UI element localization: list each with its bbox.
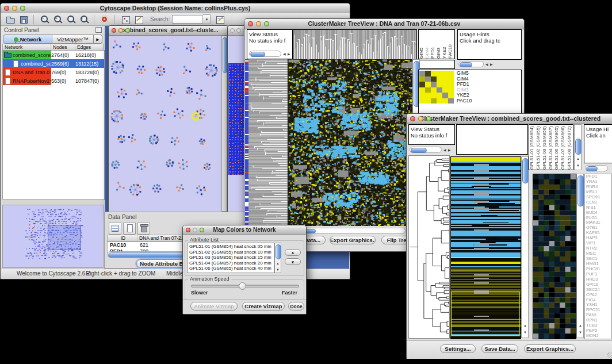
column-label[interactable]: GPL51-03 (GSM856): [542, 125, 548, 170]
heatmap-canvas[interactable]: [288, 59, 412, 226]
minimize-icon[interactable]: [256, 21, 261, 26]
tab-overflow-icon[interactable]: ▶: [94, 35, 102, 44]
move-up-button[interactable]: ∧: [285, 249, 301, 256]
annotation-icon[interactable]: [134, 15, 144, 24]
matrix-cell[interactable]: [448, 93, 454, 98]
minimize-icon[interactable]: [118, 28, 123, 33]
save-data-button[interactable]: Save Data...: [481, 344, 518, 353]
done-button[interactable]: Done: [288, 302, 304, 311]
scroll-right-icon[interactable]: ▶: [288, 52, 290, 56]
matrix-cell[interactable]: [431, 93, 437, 98]
scroll-right-icon[interactable]: ▶: [490, 63, 493, 66]
row-dendrogram-canvas[interactable]: [408, 155, 450, 339]
resize-grip[interactable]: [607, 352, 612, 358]
birdseye-view-canvas[interactable]: [2, 205, 104, 268]
zoom-fit-icon[interactable]: [66, 15, 76, 24]
create-attribute-button[interactable]: [123, 222, 136, 235]
close-icon[interactable]: [112, 28, 116, 33]
close-icon[interactable]: [248, 21, 253, 26]
column-label[interactable]: GPL51-02 (GSM855): [536, 125, 542, 170]
toolbar-separator[interactable]: [114, 15, 116, 24]
close-icon[interactable]: [230, 28, 235, 33]
gene-label[interactable]: MON2: [586, 334, 611, 339]
matrix-cell[interactable]: [431, 98, 437, 104]
matrix-cell[interactable]: [437, 71, 442, 76]
zoom-window-icon[interactable]: [200, 228, 204, 232]
scroll-up-icon[interactable]: ▲: [523, 324, 527, 327]
zoom-heatmap-canvas[interactable]: [533, 174, 576, 339]
matrix-cell[interactable]: [419, 98, 425, 104]
minimize-icon[interactable]: [193, 228, 197, 232]
vizmapper-icon[interactable]: [121, 15, 131, 24]
column-label[interactable]: GIM5: [419, 30, 424, 59]
row-dendrogram-canvas[interactable]: [248, 59, 288, 226]
network-vertical-scrollbar[interactable]: [221, 36, 227, 212]
column-label[interactable]: PFD1: [430, 30, 436, 59]
matrix-cell[interactable]: [425, 87, 431, 93]
column-labels-vscrollbar[interactable]: ▲ ▼: [574, 124, 582, 170]
column-nodes[interactable]: Nodes: [51, 44, 75, 50]
column-label[interactable]: GPL51-07 (GSM868): [560, 125, 567, 170]
usage-hints-hscrollbar[interactable]: [585, 165, 608, 171]
scroll-down-icon[interactable]: ▼: [579, 331, 582, 334]
matrix-cell[interactable]: [419, 87, 425, 93]
column-label[interactable]: GIM3: [436, 30, 442, 59]
network-row[interactable]: DNA and Tran 07 769(0) 183728(0): [3, 68, 104, 76]
help-icon[interactable]: [100, 15, 110, 24]
column-label[interactable]: GPL51-01 (GSM854): [529, 125, 536, 170]
column-label[interactable]: GPL51-04 (GSM857): [548, 125, 554, 170]
dialog-title-bar[interactable]: Map Colors to Network: [183, 225, 306, 235]
scroll-down-icon[interactable]: ▼: [276, 268, 280, 271]
scrollbar-thumb[interactable]: [250, 52, 265, 57]
toolbar-separator[interactable]: [94, 15, 95, 24]
column-id[interactable]: ID: [108, 235, 137, 241]
attribute-item[interactable]: GPL51-01 (GSM854) heat shock 05 min: [189, 244, 274, 250]
create-vizmap-button[interactable]: Create Vizmap: [242, 302, 285, 311]
move-down-button[interactable]: ∨: [285, 258, 301, 265]
matrix-cell[interactable]: [431, 71, 437, 76]
zoom-selected-icon[interactable]: ▫: [79, 15, 89, 24]
network-row[interactable]: combined_sco 2569(6) 13112(15): [3, 59, 104, 68]
main-title-bar[interactable]: Cytoscape Desktop (Session Name: collins…: [1, 3, 350, 14]
global-heatmap-vscrollbar[interactable]: ▲ ▼: [521, 156, 529, 338]
zoom-heatmap-vscrollbar[interactable]: ▲ ▼: [576, 174, 584, 338]
column-label[interactable]: GIM4: [424, 30, 430, 59]
zoom-window-icon[interactable]: [426, 116, 431, 121]
gene-label[interactable]: PAC10: [457, 98, 472, 104]
network-canvas[interactable]: [109, 36, 221, 212]
column-label[interactable]: PAC10: [447, 30, 453, 59]
search-dropdown-icon[interactable]: ▾: [203, 14, 211, 24]
matrix-cell[interactable]: [419, 71, 425, 76]
scroll-up-icon[interactable]: ▲: [579, 324, 582, 327]
column-dendrogram-canvas[interactable]: [293, 29, 417, 60]
network-view-title-bar[interactable]: combined_scores_good.txt--cluste...: [109, 26, 228, 36]
usage-hints-hscrollbar[interactable]: [458, 61, 484, 67]
matrix-cell[interactable]: [442, 71, 448, 76]
treeview2-title-bar[interactable]: ClusterMaker TreeView : combined_scores_…: [407, 114, 612, 124]
matrix-cell[interactable]: [431, 87, 437, 93]
matrix-cell[interactable]: [437, 87, 442, 93]
matrix-cell[interactable]: [437, 76, 442, 82]
scroll-down-icon[interactable]: ▼: [576, 164, 580, 167]
matrix-cell[interactable]: [431, 82, 437, 87]
delete-attribute-button[interactable]: [137, 222, 150, 235]
attribute-item[interactable]: GPL51-02 (GSM855) heat shock 10 min: [189, 250, 274, 255]
minimize-icon[interactable]: [236, 28, 241, 33]
zoom-window-icon[interactable]: [264, 21, 269, 26]
matrix-cell[interactable]: [431, 76, 437, 82]
scrollbar-thumb[interactable]: [276, 244, 281, 259]
matrix-cell[interactable]: [448, 98, 454, 104]
matrix-cell[interactable]: [437, 82, 442, 87]
scrollbar-thumb[interactable]: [586, 166, 598, 171]
zoom-out-icon[interactable]: −: [40, 15, 49, 24]
toolbar-separator[interactable]: [33, 15, 35, 24]
scroll-right-icon[interactable]: ▶: [448, 148, 451, 152]
global-heatmap-canvas[interactable]: [450, 156, 521, 339]
attribute-list-vscrollbar[interactable]: ▲ ▼: [274, 243, 281, 273]
zoom-window-icon[interactable]: [20, 6, 25, 11]
network-row[interactable]: combined_scores 2764(0) 16218(0): [3, 51, 104, 59]
settings-button[interactable]: Settings...: [440, 344, 476, 353]
scroll-up-icon[interactable]: ▲: [576, 157, 580, 160]
attribute-item[interactable]: GPL51-04 (GSM857) heat shock 20 min: [189, 260, 274, 266]
scrollbar-thumb[interactable]: [575, 139, 582, 155]
